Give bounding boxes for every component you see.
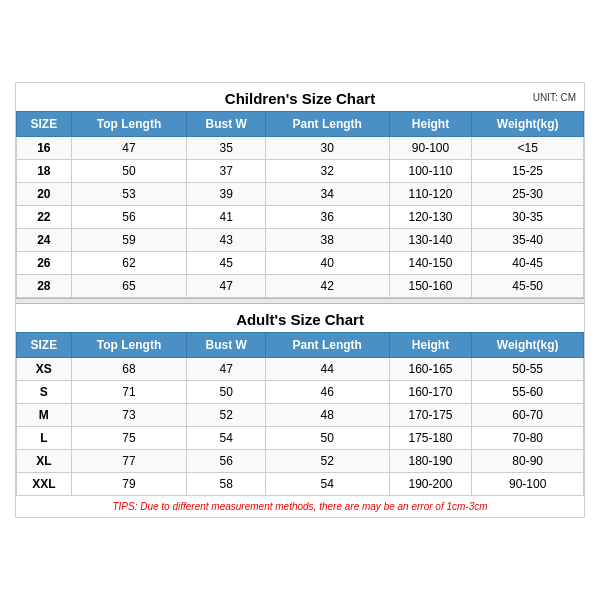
data-cell: 100-110 <box>389 160 472 183</box>
data-cell: 80-90 <box>472 450 584 473</box>
data-cell: 52 <box>187 404 265 427</box>
unit-label: UNIT: CM <box>533 92 576 103</box>
table-row: 20533934110-12025-30 <box>17 183 584 206</box>
table-row: 1647353090-100<15 <box>17 137 584 160</box>
size-cell: 16 <box>17 137 72 160</box>
data-cell: 65 <box>71 275 187 298</box>
adult-col-header-size: SIZE <box>17 333 72 358</box>
data-cell: 32 <box>265 160 389 183</box>
data-cell: 52 <box>265 450 389 473</box>
data-cell: 58 <box>187 473 265 496</box>
data-cell: 50 <box>71 160 187 183</box>
col-header-top-length: Top Length <box>71 112 187 137</box>
data-cell: 50 <box>187 381 265 404</box>
data-cell: 140-150 <box>389 252 472 275</box>
size-cell: 24 <box>17 229 72 252</box>
col-header-weight: Weight(kg) <box>472 112 584 137</box>
data-cell: 68 <box>71 358 187 381</box>
data-cell: 73 <box>71 404 187 427</box>
data-cell: 30-35 <box>472 206 584 229</box>
data-cell: 36 <box>265 206 389 229</box>
size-cell: 22 <box>17 206 72 229</box>
data-cell: 71 <box>71 381 187 404</box>
data-cell: 175-180 <box>389 427 472 450</box>
data-cell: 50-55 <box>472 358 584 381</box>
table-row: 24594338130-14035-40 <box>17 229 584 252</box>
children-title-text: Children's Size Chart <box>225 90 375 107</box>
adults-title-text: Adult's Size Chart <box>236 311 364 328</box>
data-cell: 56 <box>71 206 187 229</box>
table-row: M735248170-17560-70 <box>17 404 584 427</box>
data-cell: 60-70 <box>472 404 584 427</box>
data-cell: 30 <box>265 137 389 160</box>
data-cell: 53 <box>71 183 187 206</box>
data-cell: 37 <box>187 160 265 183</box>
data-cell: 90-100 <box>389 137 472 160</box>
data-cell: 35 <box>187 137 265 160</box>
adult-col-header-height: Height <box>389 333 472 358</box>
col-header-pant-length: Pant Length <box>265 112 389 137</box>
size-cell: XS <box>17 358 72 381</box>
size-cell: M <box>17 404 72 427</box>
size-cell: S <box>17 381 72 404</box>
adult-col-header-weight: Weight(kg) <box>472 333 584 358</box>
data-cell: 15-25 <box>472 160 584 183</box>
data-cell: 150-160 <box>389 275 472 298</box>
size-cell: 26 <box>17 252 72 275</box>
data-cell: 40-45 <box>472 252 584 275</box>
table-row: XS684744160-16550-55 <box>17 358 584 381</box>
data-cell: 110-120 <box>389 183 472 206</box>
adults-section-title: Adult's Size Chart <box>16 304 584 332</box>
adult-col-header-pant-length: Pant Length <box>265 333 389 358</box>
data-cell: 160-170 <box>389 381 472 404</box>
data-cell: 77 <box>71 450 187 473</box>
data-cell: 90-100 <box>472 473 584 496</box>
data-cell: 42 <box>265 275 389 298</box>
data-cell: 41 <box>187 206 265 229</box>
data-cell: 190-200 <box>389 473 472 496</box>
adult-col-header-bust-w: Bust W <box>187 333 265 358</box>
table-row: XL775652180-19080-90 <box>17 450 584 473</box>
data-cell: 40 <box>265 252 389 275</box>
data-cell: 43 <box>187 229 265 252</box>
data-cell: 47 <box>187 358 265 381</box>
children-size-table: SIZE Top Length Bust W Pant Length Heigh… <box>16 111 584 298</box>
col-header-size: SIZE <box>17 112 72 137</box>
tips-text: TIPS: Due to different measurement metho… <box>16 496 584 517</box>
table-row: 28654742150-16045-50 <box>17 275 584 298</box>
data-cell: 38 <box>265 229 389 252</box>
size-chart-container: Children's Size Chart UNIT: CM SIZE Top … <box>15 82 585 518</box>
data-cell: 25-30 <box>472 183 584 206</box>
size-cell: 28 <box>17 275 72 298</box>
data-cell: 35-40 <box>472 229 584 252</box>
size-cell: L <box>17 427 72 450</box>
data-cell: 47 <box>71 137 187 160</box>
size-cell: 18 <box>17 160 72 183</box>
data-cell: 79 <box>71 473 187 496</box>
data-cell: 70-80 <box>472 427 584 450</box>
data-cell: 170-175 <box>389 404 472 427</box>
data-cell: 75 <box>71 427 187 450</box>
data-cell: <15 <box>472 137 584 160</box>
data-cell: 180-190 <box>389 450 472 473</box>
table-row: XXL795854190-20090-100 <box>17 473 584 496</box>
data-cell: 54 <box>265 473 389 496</box>
data-cell: 48 <box>265 404 389 427</box>
data-cell: 55-60 <box>472 381 584 404</box>
data-cell: 46 <box>265 381 389 404</box>
data-cell: 34 <box>265 183 389 206</box>
table-row: 26624540140-15040-45 <box>17 252 584 275</box>
data-cell: 160-165 <box>389 358 472 381</box>
data-cell: 47 <box>187 275 265 298</box>
adults-header-row: SIZE Top Length Bust W Pant Length Heigh… <box>17 333 584 358</box>
size-cell: 20 <box>17 183 72 206</box>
data-cell: 54 <box>187 427 265 450</box>
children-section-title: Children's Size Chart UNIT: CM <box>16 83 584 111</box>
size-cell: XL <box>17 450 72 473</box>
data-cell: 39 <box>187 183 265 206</box>
data-cell: 120-130 <box>389 206 472 229</box>
data-cell: 56 <box>187 450 265 473</box>
data-cell: 130-140 <box>389 229 472 252</box>
data-cell: 44 <box>265 358 389 381</box>
data-cell: 45-50 <box>472 275 584 298</box>
